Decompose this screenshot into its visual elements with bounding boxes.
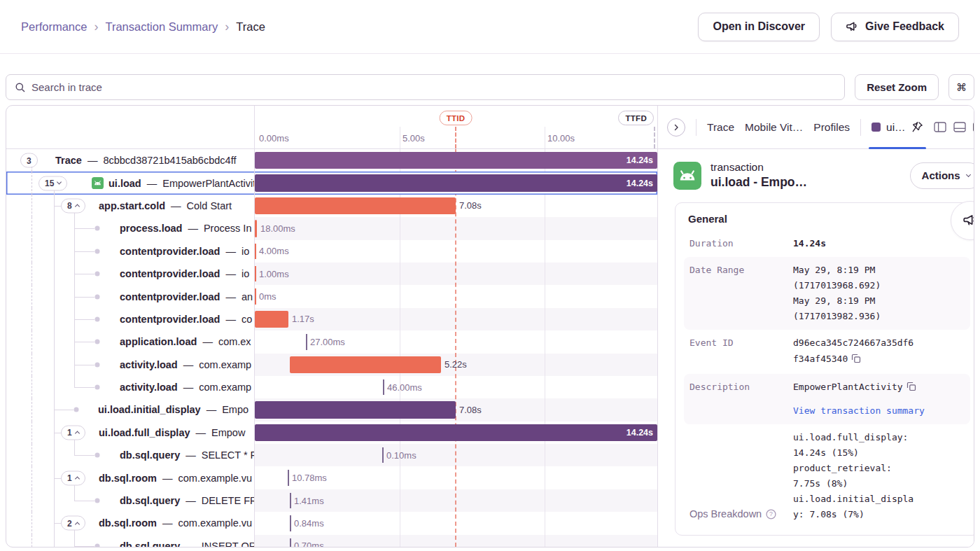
tab-profiles[interactable]: Profiles [813, 121, 850, 134]
drawer-expand-button[interactable] [667, 118, 685, 137]
span-separator: — [88, 155, 98, 166]
copy-icon[interactable] [906, 381, 916, 396]
ttfd-badge[interactable]: TTFD [618, 111, 654, 125]
trace-row-Trace[interactable]: 3Trace—8cbbcd38721b415ab6cbdc4ff14.24s [6, 149, 657, 172]
span-bar[interactable] [255, 266, 256, 281]
span-separator: — [206, 404, 217, 415]
span-duration-label: 4.00ms [259, 240, 289, 263]
span-bar[interactable] [382, 447, 384, 463]
span-bar[interactable] [255, 220, 257, 237]
breadcrumb-transaction-summary[interactable]: Transaction Summary [105, 20, 218, 34]
span-separator: — [183, 382, 194, 393]
span-bar[interactable]: 14.24s [255, 424, 657, 441]
trace-row-db.sql.query[interactable]: db.sql.query—SELECT * F0.10ms [6, 444, 657, 466]
tree-connector [74, 297, 94, 298]
trace-row-ui.load.initial_display[interactable]: ui.load.initial_display—Empo7.08s [6, 398, 657, 421]
trace-row-contentprovider.load[interactable]: contentprovider.load—co1.17s [6, 308, 657, 330]
expand-count-pill[interactable]: 3 [20, 153, 38, 168]
span-op: db.sql.room [99, 473, 157, 484]
search-input[interactable] [31, 81, 836, 93]
kv-row-event-id: Event IDd96eca345c724667a35df6f34af45340 [684, 330, 970, 373]
span-duration-label: 1.00ms [259, 263, 289, 285]
view-transaction-summary-link[interactable]: View transaction summary [793, 403, 965, 419]
trace-row-activity.load[interactable]: activity.load—com.examp46.00ms [6, 376, 657, 398]
trace-row-activity.load[interactable]: activity.load—com.examp5.22s [6, 354, 657, 376]
span-timeline-cell: 0ms [255, 285, 657, 307]
help-icon[interactable]: ? [766, 509, 776, 519]
span-bar[interactable] [306, 334, 307, 349]
trace-row-db.sql.query[interactable]: db.sql.query—DELETE FR1.41ms [6, 489, 657, 512]
expand-count-pill[interactable]: 1 [61, 470, 85, 485]
pin-tab-button[interactable] [911, 121, 923, 133]
trace-row-ui.load.full_display[interactable]: 1ui.load.full_display—Empow14.24s [6, 421, 657, 444]
span-bar[interactable]: 14.24s [255, 174, 657, 191]
span-bar[interactable] [383, 379, 384, 395]
breadcrumb-performance[interactable]: Performance [21, 20, 87, 34]
copy-icon[interactable] [851, 353, 861, 368]
chevron-down-icon [966, 172, 971, 176]
trace-row-app.start.cold[interactable]: 8app.start.cold—Cold Start7.08s [6, 195, 657, 217]
span-bar[interactable] [290, 515, 291, 531]
span-bar[interactable] [255, 197, 456, 214]
gridline [545, 127, 545, 148]
kv-value: d96eca345c724667a35df6f34af45340 [793, 335, 965, 368]
span-bar[interactable] [290, 493, 291, 508]
trace-rows: 3Trace—8cbbcd38721b415ab6cbdc4ff14.24s15… [6, 149, 657, 547]
span-duration-label: 14.24s [626, 179, 657, 188]
span-bar[interactable] [255, 288, 256, 304]
span-bar[interactable]: 14.24s [255, 152, 657, 169]
span-bar[interactable] [288, 470, 289, 485]
layout-right-icon[interactable] [973, 122, 974, 132]
actions-dropdown-button[interactable]: Actions [910, 162, 974, 189]
kv-row-date-range: Date RangeMay 29, 8:19 PM(1717013968.692… [684, 257, 970, 330]
trace-row-process.load[interactable]: process.load—Process In18.00ms [6, 217, 657, 239]
span-description: EmpowerPlantActivity [162, 178, 255, 189]
layout-bottom-icon[interactable] [953, 122, 966, 132]
span-duration-label: 27.00ms [310, 330, 345, 353]
span-bar[interactable] [255, 311, 288, 328]
give-feedback-button[interactable]: Give Feedback [831, 13, 959, 41]
span-bar[interactable] [255, 244, 256, 259]
span-description: 8cbbcd38721b415ab6cbdc4ff [103, 155, 236, 166]
trace-row-ui.load[interactable]: 15ui.load—EmpowerPlantActivity14.24s [6, 172, 657, 194]
span-duration-label: 0.70ms [294, 535, 324, 547]
expand-count-pill[interactable]: 8 [61, 198, 85, 213]
tree-connector [31, 535, 32, 547]
ttid-badge[interactable]: TTID [440, 111, 472, 125]
shortcut-button[interactable]: ⌘ [948, 74, 974, 100]
tab-trace[interactable]: Trace [707, 121, 734, 134]
tab-span-details[interactable]: ui… [872, 106, 923, 148]
layout-left-icon[interactable] [934, 122, 946, 132]
trace-row-contentprovider.load[interactable]: contentprovider.load—an0ms [6, 285, 657, 307]
trace-row-db.sql.query[interactable]: db.sql.query—INSERT OR0.70ms [6, 535, 657, 547]
span-bar[interactable] [255, 401, 456, 418]
trace-row-contentprovider.load[interactable]: contentprovider.load—io4.00ms [6, 240, 657, 263]
trace-row-contentprovider.load[interactable]: contentprovider.load—io1.00ms [6, 263, 657, 285]
span-duration-label: 14.24s [626, 428, 657, 438]
expand-count-pill[interactable]: 1 [61, 425, 85, 440]
span-label: activity.load—com.examp [120, 376, 251, 398]
trace-row-application.load[interactable]: application.load—com.ex27.00ms [6, 330, 657, 353]
span-bar[interactable] [290, 356, 441, 373]
tree-connector [54, 206, 61, 207]
span-separator: — [202, 336, 213, 347]
open-in-discover-button[interactable]: Open in Discover [698, 13, 820, 41]
trace-row-db.sql.room[interactable]: 1db.sql.room—com.example.vu10.78ms [6, 466, 657, 489]
pill-count: 3 [27, 155, 31, 165]
expand-count-pill[interactable]: 15 [38, 176, 67, 190]
reset-zoom-button[interactable]: Reset Zoom [855, 74, 939, 100]
span-bar[interactable] [290, 538, 291, 547]
span-label: activity.load—com.examp [120, 354, 251, 376]
span-op: db.sql.query [120, 540, 180, 547]
tab-mobile-vitals[interactable]: Mobile Vit… [745, 121, 803, 134]
span-separator: — [186, 540, 196, 547]
tree-connector [31, 444, 32, 466]
tree-connector [31, 172, 32, 194]
tree-node-dot-icon [95, 453, 100, 458]
drawer-tabs: Trace Mobile Vit… Profiles ui… [658, 106, 974, 149]
expand-count-pill[interactable]: 2 [61, 516, 85, 531]
tree-connector [31, 330, 32, 353]
transaction-name: ui.load - Empo… [710, 175, 807, 190]
tree-connector [74, 228, 94, 229]
trace-row-db.sql.room[interactable]: 2db.sql.room—com.example.vu0.84ms [6, 512, 657, 534]
